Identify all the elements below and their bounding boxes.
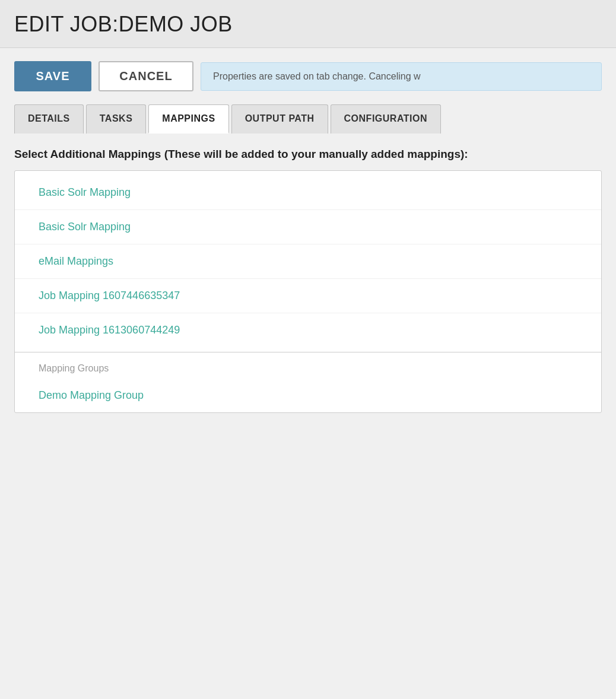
list-item[interactable]: eMail Mappings [15,244,601,279]
list-item[interactable]: Job Mapping 1607446635347 [15,279,601,313]
main-content: Select Additional Mappings (These will b… [0,134,616,413]
tabs-row: DETAILS TASKS MAPPINGS OUTPUT PATH CONFI… [0,104,616,134]
save-button[interactable]: SAVE [14,61,91,91]
list-item[interactable]: Basic Solr Mapping [15,176,601,210]
mappings-container: Basic Solr Mapping Basic Solr Mapping eM… [14,170,602,413]
list-item[interactable]: Demo Mapping Group [15,379,601,412]
tab-mappings[interactable]: MAPPINGS [148,104,228,134]
tab-configuration[interactable]: CONFIGURATION [331,104,441,134]
mappings-list: Basic Solr Mapping Basic Solr Mapping eM… [15,171,601,352]
section-title: Select Additional Mappings (These will b… [14,148,602,161]
tab-tasks[interactable]: TASKS [86,104,147,134]
cancel-button[interactable]: CANCEL [99,61,193,91]
tab-output-path[interactable]: OUTPUT PATH [231,104,328,134]
mapping-groups-label: Mapping Groups [15,352,601,379]
toolbar: SAVE CANCEL Properties are saved on tab … [0,48,616,104]
tab-details[interactable]: DETAILS [14,104,84,134]
page-title: EDIT JOB:DEMO JOB [14,12,602,37]
mapping-groups-section: Mapping Groups Demo Mapping Group [15,352,601,412]
list-item[interactable]: Basic Solr Mapping [15,210,601,244]
page-header: EDIT JOB:DEMO JOB [0,0,616,48]
info-banner: Properties are saved on tab change. Canc… [201,62,602,91]
list-item[interactable]: Job Mapping 1613060744249 [15,313,601,347]
